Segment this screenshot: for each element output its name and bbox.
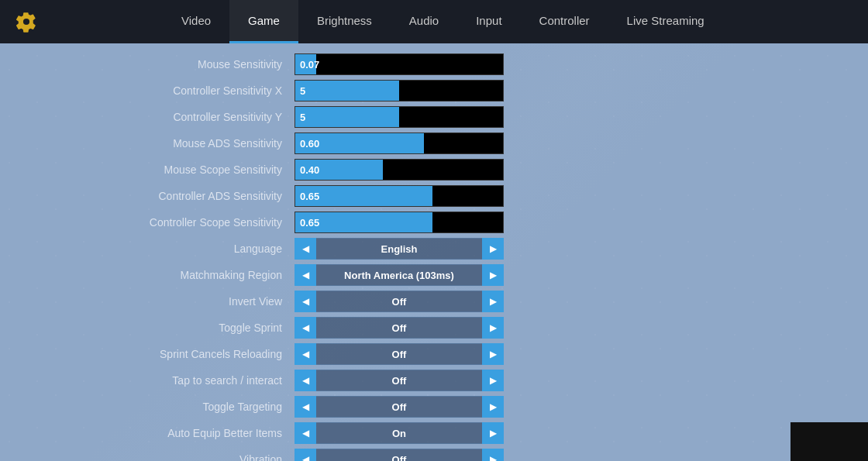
setting-label-vibration: Vibration bbox=[16, 453, 294, 461]
setting-label-toggle-sprint: Toggle Sprint bbox=[16, 322, 294, 334]
settings-row-toggle-sprint: Toggle Sprint◀Off▶ bbox=[0, 315, 868, 341]
nav-tab-controller[interactable]: Controller bbox=[521, 0, 608, 43]
slider-controller-sensitivity-x[interactable]: 5 bbox=[294, 80, 504, 101]
slider-controller-scope-sensitivity[interactable]: 0.65 bbox=[294, 212, 504, 233]
settings-row-controller-scope-sensitivity: Controller Scope Sensitivity0.65 bbox=[0, 209, 868, 236]
selector-value-tap-to-search: Off bbox=[316, 370, 482, 391]
setting-label-toggle-targeting: Toggle Targeting bbox=[16, 401, 294, 413]
selector-value-sprint-cancels-reloading: Off bbox=[316, 343, 482, 365]
setting-label-sprint-cancels-reloading: Sprint Cancels Reloading bbox=[16, 348, 294, 360]
nav-tabs: VideoGameBrightnessAudioInputControllerL… bbox=[163, 0, 723, 43]
slider-mouse-sensitivity[interactable]: 0.07 bbox=[294, 53, 504, 75]
selector-toggle-targeting: ◀Off▶ bbox=[294, 396, 504, 418]
setting-label-controller-scope-sensitivity: Controller Scope Sensitivity bbox=[16, 216, 294, 229]
settings-row-matchmaking-region: Matchmaking Region◀North America (103ms)… bbox=[0, 262, 868, 288]
selector-arrow-right-language[interactable]: ▶ bbox=[482, 238, 504, 260]
selector-sprint-cancels-reloading: ◀Off▶ bbox=[294, 343, 504, 365]
slider-value-mouse-sensitivity: 0.07 bbox=[300, 59, 319, 71]
settings-row-controller-sensitivity-y: Controller Sensitivity Y5 bbox=[0, 104, 868, 130]
selector-value-matchmaking-region: North America (103ms) bbox=[316, 264, 482, 286]
gear-icon bbox=[16, 11, 37, 33]
slider-mouse-ads-sensitivity[interactable]: 0.60 bbox=[294, 132, 504, 154]
selector-arrow-right-tap-to-search[interactable]: ▶ bbox=[482, 370, 504, 391]
selector-arrow-right-toggle-targeting[interactable]: ▶ bbox=[482, 396, 504, 418]
slider-value-mouse-scope-sensitivity: 0.40 bbox=[300, 164, 319, 176]
app-logo bbox=[16, 11, 132, 33]
selectors-container: Language◀English▶Matchmaking Region◀Nort… bbox=[0, 236, 868, 461]
selector-toggle-sprint: ◀Off▶ bbox=[294, 317, 504, 339]
selector-arrow-right-invert-view[interactable]: ▶ bbox=[482, 291, 504, 312]
setting-label-invert-view: Invert View bbox=[16, 295, 294, 308]
selector-vibration: ◀Off▶ bbox=[294, 449, 504, 461]
main-content: Mouse Sensitivity0.07Controller Sensitiv… bbox=[0, 43, 868, 461]
nav-tab-audio[interactable]: Audio bbox=[391, 0, 457, 43]
selector-tap-to-search: ◀Off▶ bbox=[294, 370, 504, 391]
selector-arrow-left-language[interactable]: ◀ bbox=[294, 238, 316, 260]
settings-row-invert-view: Invert View◀Off▶ bbox=[0, 288, 868, 315]
setting-label-mouse-scope-sensitivity: Mouse Scope Sensitivity bbox=[16, 163, 294, 176]
nav-tab-live-streaming[interactable]: Live Streaming bbox=[608, 0, 723, 43]
slider-value-controller-ads-sensitivity: 0.65 bbox=[300, 191, 319, 202]
selector-arrow-left-matchmaking-region[interactable]: ◀ bbox=[294, 264, 316, 286]
selector-arrow-left-tap-to-search[interactable]: ◀ bbox=[294, 370, 316, 391]
selector-invert-view: ◀Off▶ bbox=[294, 291, 504, 312]
settings-row-toggle-targeting: Toggle Targeting◀Off▶ bbox=[0, 394, 868, 420]
selector-value-vibration: Off bbox=[316, 449, 482, 461]
setting-label-controller-sensitivity-x: Controller Sensitivity X bbox=[16, 84, 294, 97]
settings-row-controller-ads-sensitivity: Controller ADS Sensitivity0.65 bbox=[0, 183, 868, 209]
sliders-container: Mouse Sensitivity0.07Controller Sensitiv… bbox=[0, 51, 868, 236]
nav-tab-input[interactable]: Input bbox=[457, 0, 520, 43]
selector-arrow-left-invert-view[interactable]: ◀ bbox=[294, 291, 316, 312]
slider-controller-ads-sensitivity[interactable]: 0.65 bbox=[294, 185, 504, 207]
settings-row-controller-sensitivity-x: Controller Sensitivity X5 bbox=[0, 77, 868, 104]
header: VideoGameBrightnessAudioInputControllerL… bbox=[0, 0, 868, 43]
setting-label-mouse-sensitivity: Mouse Sensitivity bbox=[16, 58, 294, 71]
settings-row-auto-equip-better-items: Auto Equip Better Items◀On▶ bbox=[0, 420, 868, 446]
setting-label-auto-equip-better-items: Auto Equip Better Items bbox=[16, 427, 294, 439]
slider-value-controller-sensitivity-x: 5 bbox=[300, 85, 305, 97]
setting-label-language: Language bbox=[16, 243, 294, 255]
selector-value-invert-view: Off bbox=[316, 291, 482, 312]
setting-label-controller-ads-sensitivity: Controller ADS Sensitivity bbox=[16, 190, 294, 202]
selector-arrow-right-auto-equip-better-items[interactable]: ▶ bbox=[482, 422, 504, 444]
selector-arrow-left-toggle-targeting[interactable]: ◀ bbox=[294, 396, 316, 418]
selector-language: ◀English▶ bbox=[294, 238, 504, 260]
slider-value-mouse-ads-sensitivity: 0.60 bbox=[300, 138, 319, 150]
selector-arrow-left-auto-equip-better-items[interactable]: ◀ bbox=[294, 422, 316, 444]
selector-value-toggle-targeting: Off bbox=[316, 396, 482, 418]
nav-tab-brightness[interactable]: Brightness bbox=[298, 0, 391, 43]
selector-value-toggle-sprint: Off bbox=[316, 317, 482, 339]
bottom-right-box bbox=[790, 422, 868, 461]
selector-arrow-left-vibration[interactable]: ◀ bbox=[294, 449, 316, 461]
nav-tab-video[interactable]: Video bbox=[163, 0, 229, 43]
slider-mouse-scope-sensitivity[interactable]: 0.40 bbox=[294, 159, 504, 181]
selector-arrow-left-toggle-sprint[interactable]: ◀ bbox=[294, 317, 316, 339]
selector-value-auto-equip-better-items: On bbox=[316, 422, 482, 444]
setting-label-mouse-ads-sensitivity: Mouse ADS Sensitivity bbox=[16, 137, 294, 150]
settings-row-mouse-ads-sensitivity: Mouse ADS Sensitivity0.60 bbox=[0, 130, 868, 157]
settings-row-vibration: Vibration◀Off▶ bbox=[0, 446, 868, 461]
settings-row-mouse-sensitivity: Mouse Sensitivity0.07 bbox=[0, 51, 868, 77]
nav-tab-game[interactable]: Game bbox=[229, 0, 298, 43]
selector-arrow-right-vibration[interactable]: ▶ bbox=[482, 449, 504, 461]
setting-label-controller-sensitivity-y: Controller Sensitivity Y bbox=[16, 111, 294, 123]
selector-arrow-right-toggle-sprint[interactable]: ▶ bbox=[482, 317, 504, 339]
slider-controller-sensitivity-y[interactable]: 5 bbox=[294, 106, 504, 128]
settings-row-mouse-scope-sensitivity: Mouse Scope Sensitivity0.40 bbox=[0, 157, 868, 183]
selector-arrow-right-matchmaking-region[interactable]: ▶ bbox=[482, 264, 504, 286]
settings-row-language: Language◀English▶ bbox=[0, 236, 868, 262]
selector-value-language: English bbox=[316, 238, 482, 260]
settings-row-sprint-cancels-reloading: Sprint Cancels Reloading◀Off▶ bbox=[0, 341, 868, 367]
slider-value-controller-sensitivity-y: 5 bbox=[300, 112, 305, 123]
selector-arrow-left-sprint-cancels-reloading[interactable]: ◀ bbox=[294, 343, 316, 365]
slider-value-controller-scope-sensitivity: 0.65 bbox=[300, 217, 319, 229]
selector-matchmaking-region: ◀North America (103ms)▶ bbox=[294, 264, 504, 286]
setting-label-matchmaking-region: Matchmaking Region bbox=[16, 269, 294, 281]
settings-row-tap-to-search: Tap to search / interact◀Off▶ bbox=[0, 367, 868, 394]
selector-auto-equip-better-items: ◀On▶ bbox=[294, 422, 504, 444]
setting-label-tap-to-search: Tap to search / interact bbox=[16, 374, 294, 387]
selector-arrow-right-sprint-cancels-reloading[interactable]: ▶ bbox=[482, 343, 504, 365]
